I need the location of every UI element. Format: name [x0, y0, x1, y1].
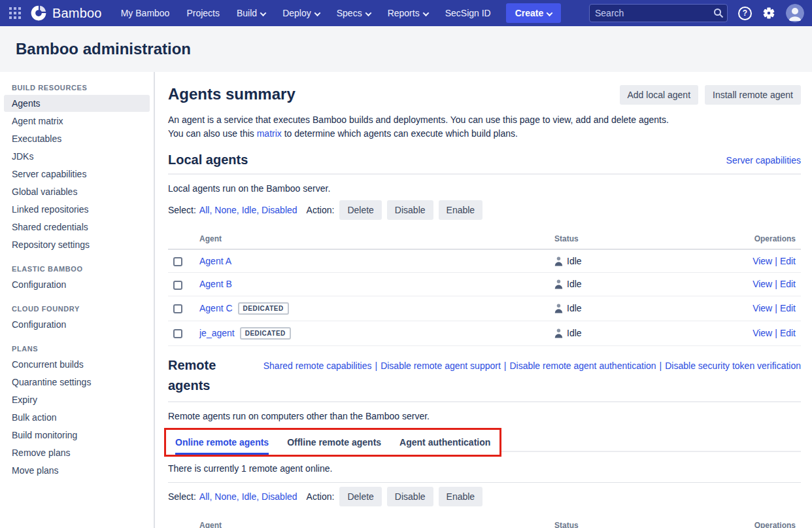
sidebar-item-build-monitoring[interactable]: Build monitoring: [4, 427, 150, 444]
help-icon[interactable]: [738, 7, 752, 20]
server-capabilities-link[interactable]: Server capabilities: [726, 155, 801, 166]
nav-item-specs[interactable]: Specs: [328, 1, 379, 25]
edit-link[interactable]: Edit: [780, 279, 796, 289]
row-checkbox[interactable]: [173, 257, 182, 266]
agent-link[interactable]: Agent A: [199, 256, 231, 266]
app-switcher-icon[interactable]: [9, 7, 21, 19]
search-icon: [713, 8, 724, 18]
status-text: Idle: [567, 328, 582, 338]
agent-link[interactable]: je_agent: [199, 328, 235, 338]
sidebar-item-linked-repositories[interactable]: Linked repositories: [4, 201, 150, 218]
bamboo-logo[interactable]: Bamboo: [30, 5, 102, 22]
row-checkbox[interactable]: [173, 304, 182, 313]
select-label: Select:: [168, 491, 196, 502]
bamboo-logo-icon: [30, 5, 47, 22]
disable-button[interactable]: Disable: [387, 200, 433, 220]
gear-icon[interactable]: [762, 7, 775, 20]
sidebar-item-server-capabilities[interactable]: Server capabilities: [4, 166, 150, 183]
select-idle-link[interactable]: Idle: [242, 205, 257, 215]
nav-item-projects[interactable]: Projects: [178, 1, 228, 25]
nav-item-deploy[interactable]: Deploy: [274, 1, 328, 25]
disable-button[interactable]: Disable: [387, 487, 433, 506]
select-disabled-link[interactable]: Disabled: [262, 491, 297, 502]
sidebar-item-executables[interactable]: Executables: [4, 130, 150, 147]
select-none-link[interactable]: None: [214, 205, 236, 215]
select-none-link[interactable]: None: [214, 491, 236, 502]
select-all-link[interactable]: All: [199, 205, 210, 215]
add-local-agent-button[interactable]: Add local agent: [620, 85, 699, 105]
chevron-down-icon: [365, 10, 371, 16]
sidebar-item-expiry[interactable]: Expiry: [4, 391, 150, 408]
remote-agent-links: Shared remote capabilities|Disable remot…: [245, 359, 801, 372]
status-text: Idle: [567, 279, 582, 289]
table-row: Agent A Idle View|Edit: [168, 249, 801, 273]
sidebar-heading-build-resources: BUILD RESOURCES: [0, 81, 154, 94]
disable-remote-agent-authentication-link[interactable]: Disable remote agent authentication: [509, 361, 656, 371]
enable-button[interactable]: Enable: [439, 200, 483, 220]
nav-item-secsign-id[interactable]: SecSign ID: [437, 1, 499, 25]
sidebar-item-repository-settings[interactable]: Repository settings: [4, 236, 150, 253]
agents-summary-intro: An agent is a service that executes Bamb…: [168, 113, 801, 141]
sidebar-item-move-plans[interactable]: Move plans: [4, 462, 150, 479]
sidebar-item-remove-plans[interactable]: Remove plans: [4, 444, 150, 461]
row-checkbox[interactable]: [173, 281, 182, 290]
remote-agents-description: Remote agents run on computers other tha…: [168, 411, 801, 421]
sidebar-item-concurrent-builds[interactable]: Concurrent builds: [4, 356, 150, 373]
shared-remote-capabilities-link[interactable]: Shared remote capabilities: [263, 361, 372, 371]
agents-summary-page: Agents summary Add local agent Install r…: [155, 72, 812, 528]
intro-line-1: An agent is a service that executes Bamb…: [168, 113, 801, 127]
select-disabled-link[interactable]: Disabled: [262, 205, 297, 215]
edit-link[interactable]: Edit: [780, 303, 796, 313]
nav-item-my-bamboo[interactable]: My Bamboo: [112, 1, 178, 25]
view-link[interactable]: View: [753, 303, 772, 313]
create-button[interactable]: Create: [506, 3, 562, 23]
view-link[interactable]: View: [753, 256, 772, 266]
divider: [168, 482, 801, 483]
chevron-down-icon: [314, 10, 320, 16]
enable-button[interactable]: Enable: [439, 487, 483, 506]
disable-remote-agent-support-link[interactable]: Disable remote agent support: [381, 361, 501, 371]
remote-agents-heading: Remote agents: [168, 355, 245, 401]
sidebar-item-shared-credentials[interactable]: Shared credentials: [4, 219, 150, 236]
select-all-link[interactable]: All: [199, 491, 210, 502]
page-title: Bamboo administration: [16, 40, 191, 58]
agent-link[interactable]: Agent C: [199, 303, 233, 313]
sidebar-item-quarantine-settings[interactable]: Quarantine settings: [4, 374, 150, 391]
sidebar-heading-elastic-bamboo: ELASTIC BAMBOO: [0, 262, 154, 275]
matrix-link[interactable]: matrix: [257, 128, 282, 139]
edit-link[interactable]: Edit: [780, 328, 796, 338]
select-idle-link[interactable]: Idle: [242, 491, 257, 502]
tab-online-remote-agents[interactable]: Online remote agents: [175, 433, 269, 455]
edit-link[interactable]: Edit: [780, 256, 796, 266]
install-remote-agent-button[interactable]: Install remote agent: [705, 85, 801, 105]
sidebar-item-bulk-action[interactable]: Bulk action: [4, 409, 150, 426]
sidebar-item-global-variables[interactable]: Global variables: [4, 183, 150, 200]
table-row: Agent CDEDICATED Idle View|Edit: [168, 296, 801, 321]
user-avatar[interactable]: [786, 4, 804, 22]
agent-status-icon: [554, 328, 563, 338]
nav-item-reports[interactable]: Reports: [379, 1, 437, 25]
delete-button[interactable]: Delete: [339, 200, 381, 220]
local-agents-table: Agent Status Operations Agent A Idle Vie…: [168, 229, 801, 346]
col-status: Status: [549, 516, 703, 528]
sidebar-item-agent-matrix[interactable]: Agent matrix: [4, 113, 150, 130]
agent-status-icon: [554, 304, 563, 313]
view-link[interactable]: View: [753, 279, 772, 289]
agent-link[interactable]: Agent B: [199, 279, 232, 289]
tab-agent-authentication[interactable]: Agent authentication: [399, 433, 490, 455]
sidebar-item-jdks[interactable]: JDKs: [4, 148, 150, 165]
nav-item-build[interactable]: Build: [228, 1, 274, 25]
intro-line-2: You can also use this matrix to determin…: [168, 127, 801, 141]
search-box[interactable]: [589, 4, 728, 22]
delete-button[interactable]: Delete: [339, 487, 381, 506]
col-operations: Operations: [703, 516, 801, 528]
agents-summary-title: Agents summary: [168, 85, 296, 103]
row-checkbox[interactable]: [173, 329, 182, 338]
sidebar-item-cloud-configuration[interactable]: Configuration: [4, 316, 150, 333]
sidebar-item-agents[interactable]: Agents: [4, 95, 150, 112]
disable-security-token-verification-link[interactable]: Disable security token verification: [665, 361, 801, 371]
sidebar-item-elastic-configuration[interactable]: Configuration: [4, 276, 150, 293]
search-input[interactable]: [595, 8, 713, 18]
view-link[interactable]: View: [753, 328, 772, 338]
tab-offline-remote-agents[interactable]: Offline remote agents: [287, 433, 381, 455]
